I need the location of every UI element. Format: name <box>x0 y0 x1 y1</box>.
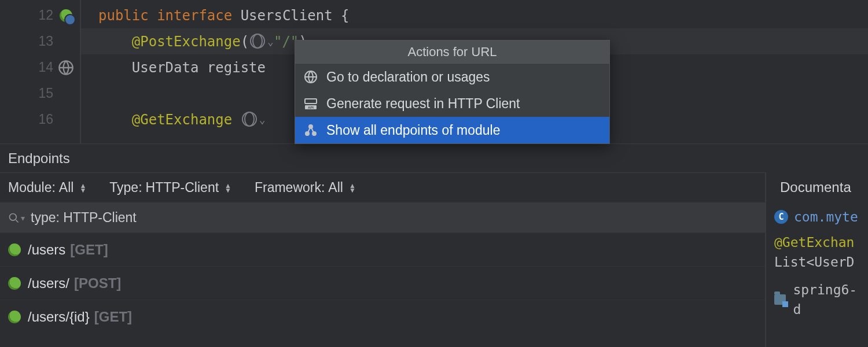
filter-framework[interactable]: Framework: All ▲▼ <box>255 180 356 195</box>
class-icon: C <box>774 210 788 224</box>
gutter-line: 14 <box>0 54 80 80</box>
doc-signature: List<UserD <box>774 252 860 272</box>
keyword-interface: interface <box>157 8 232 24</box>
svg-point-8 <box>10 213 17 220</box>
spacer-icon <box>58 112 74 128</box>
endpoints-filters: Module: All ▲▼ Type: HTTP-Client ▲▼ Fram… <box>0 172 868 202</box>
annotation: @GetExchange <box>132 112 232 128</box>
spring-icon <box>8 243 21 256</box>
url-globe-icon[interactable] <box>250 34 265 49</box>
doc-annotation: @GetExchan <box>774 232 860 252</box>
module-folder-icon <box>774 294 786 305</box>
svg-rect-2 <box>305 99 317 104</box>
doc-module[interactable]: spring6-d <box>793 280 860 319</box>
chevron-down-icon: ▾ <box>21 213 25 223</box>
filter-type[interactable]: Type: HTTP-Client ▲▼ <box>109 180 231 195</box>
popup-item-goto-declaration[interactable]: Go to declaration or usages <box>295 64 609 90</box>
filter-module[interactable]: Module: All ▲▼ <box>8 180 86 195</box>
endpoint-method: [GET] <box>94 309 132 325</box>
endpoint-method: [POST] <box>74 275 121 291</box>
filter-value: All <box>328 180 343 195</box>
documentation-body: C com.myte @GetExchan List<UserD spring6… <box>766 202 868 324</box>
filter-label: Type: <box>109 180 142 195</box>
search-input[interactable] <box>31 210 837 226</box>
popup-item-label: Show all endpoints of module <box>326 123 500 138</box>
popup-item-show-endpoints[interactable]: Show all endpoints of module <box>295 117 609 143</box>
spring-endpoint-icon[interactable] <box>58 8 74 24</box>
endpoint-method: [GET] <box>70 242 108 258</box>
globe-gutter-icon[interactable] <box>58 60 74 76</box>
endpoint-path: /users/{id} <box>28 309 90 325</box>
endpoint-row[interactable]: /users/ [POST] UsersClient <box>0 266 868 300</box>
brace: { <box>333 8 350 24</box>
spring-icon <box>8 311 21 323</box>
popup-item-label: Go to declaration or usages <box>326 69 490 85</box>
endpoints-panel-title: Endpoints <box>0 143 868 172</box>
gutter-line: 12 <box>0 2 80 28</box>
line-number: 12 <box>38 8 53 23</box>
popup-item-label: Generate request in HTTP Client <box>326 96 520 112</box>
documentation-title: Documenta <box>766 172 868 202</box>
editor-gutter: 12 13 14 15 16 <box>0 0 81 143</box>
filter-label: Module: <box>8 180 56 195</box>
actions-popup: Actions for URL Go to declaration or usa… <box>295 40 610 144</box>
return-type: UserData <box>132 60 199 76</box>
code-line: public interface UsersClient { <box>81 2 868 28</box>
endpoints-list: /users [GET] UsersClient /users/ [POST] … <box>0 232 868 333</box>
svg-text:API: API <box>308 106 314 109</box>
chevron-down-icon[interactable]: ⌄ <box>259 113 266 125</box>
chevron-down-icon[interactable]: ⌄ <box>267 35 274 47</box>
gutter-line: 13 <box>0 28 80 54</box>
filter-label: Framework: <box>255 180 325 195</box>
line-number: 15 <box>38 86 53 101</box>
api-icon: API <box>303 96 318 111</box>
spacer-icon <box>58 86 74 102</box>
endpoint-row[interactable]: /users [GET] UsersClient <box>0 232 868 266</box>
line-number: 13 <box>38 34 53 49</box>
doc-qualifier[interactable]: com.myte <box>794 207 858 227</box>
sort-arrows-icon: ▲▼ <box>349 183 356 193</box>
sort-arrows-icon: ▲▼ <box>225 183 231 193</box>
graph-icon <box>303 123 318 138</box>
paren-open: ( <box>241 34 249 50</box>
documentation-panel: Documenta C com.myte @GetExchan List<Use… <box>765 172 868 347</box>
annotation: @PostExchange <box>132 34 241 50</box>
popup-title: Actions for URL <box>295 40 609 64</box>
method-name: registe <box>207 60 266 76</box>
endpoints-search: ▾ ✕ <box>0 202 868 232</box>
line-number: 16 <box>38 112 53 127</box>
filter-value: All <box>59 180 74 195</box>
spring-icon <box>8 277 21 290</box>
type-name: UsersClient <box>241 8 333 24</box>
endpoint-path: /users <box>28 242 65 258</box>
endpoint-row[interactable]: /users/{id} [GET] UsersClient <box>0 300 868 333</box>
svg-point-6 <box>309 125 312 128</box>
endpoint-path: /users/ <box>28 275 69 291</box>
svg-point-7 <box>312 132 316 135</box>
gutter-line: 16 <box>0 106 80 132</box>
keyword-public: public <box>98 8 149 24</box>
gutter-line: 15 <box>0 80 80 106</box>
sort-arrows-icon: ▲▼ <box>79 183 86 193</box>
spacer-icon <box>58 34 74 50</box>
url-globe-icon[interactable] <box>242 112 257 127</box>
filter-value: HTTP-Client <box>146 180 219 195</box>
search-icon[interactable]: ▾ <box>8 212 25 224</box>
popup-item-generate-http[interactable]: API Generate request in HTTP Client <box>295 90 609 117</box>
svg-point-5 <box>306 132 309 135</box>
line-number: 14 <box>38 60 53 75</box>
globe-icon <box>303 69 318 84</box>
